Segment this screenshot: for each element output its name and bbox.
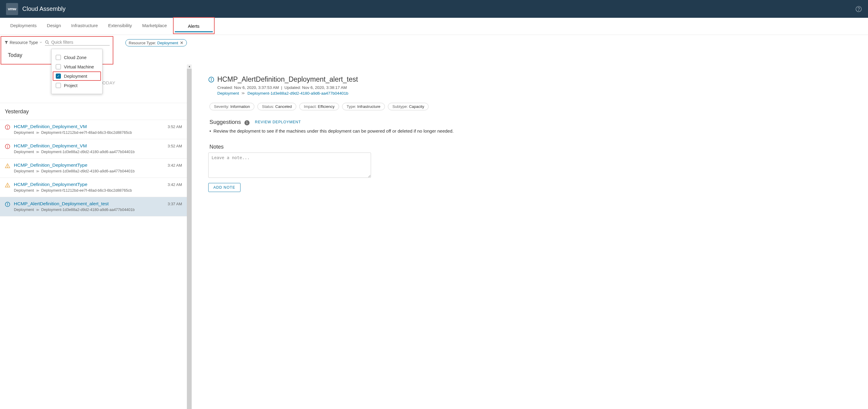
app-header: vmw Cloud Assembly [0, 0, 868, 18]
filter-option-cloud-zone[interactable]: Cloud Zone [56, 53, 98, 62]
alert-breadcrumb-id: Deployment-1d3e88a2-d9d2-4180-a9d6-aa477… [41, 208, 135, 212]
alert-breadcrumb-id: Deployment-f11212bd-ee7f-48ad-b6c3-6bc2d… [41, 188, 132, 193]
alert-breadcrumb-type: Deployment [14, 169, 34, 173]
tab-deployments[interactable]: Deployments [6, 18, 41, 35]
yesterday-section-label: Yesterday [0, 103, 187, 120]
resource-type-dropdown: Cloud Zone Virtual Machine ✓ Deployment … [51, 49, 102, 94]
checkbox-icon [56, 55, 61, 60]
svg-point-7 [7, 167, 7, 167]
checkbox-icon [56, 64, 61, 69]
severity-info-icon [5, 202, 10, 207]
svg-point-2 [45, 40, 48, 43]
filter-option-label: Project [64, 83, 78, 88]
filter-option-project[interactable]: Project [56, 81, 98, 90]
chevron-right-icon: ≫ [36, 131, 39, 135]
svg-point-8 [7, 186, 7, 187]
alert-breadcrumb-type: Deployment [14, 150, 34, 154]
scroll-up-icon[interactable]: ▴ [187, 64, 192, 68]
alert-list-item[interactable]: HCMP_Definition_Deployment_VM Deployment… [0, 139, 187, 159]
scroll-thumb[interactable] [187, 69, 192, 409]
alert-list-item[interactable]: HCMP_AlertDefinition_Deployment_alert_te… [0, 197, 187, 216]
alert-title: HCMP_AlertDefinition_Deployment_alert_te… [14, 201, 164, 207]
notes-heading: Notes [210, 144, 868, 150]
alert-breadcrumb-id: Deployment-1d3e88a2-d9d2-4180-a9d6-aa477… [41, 150, 135, 154]
alert-title: HCMP_Definition_Deployment_VM [14, 143, 164, 149]
tag-subtype: Subtype: Capacity [388, 103, 429, 110]
alerts-list-pane: NO ALERTS TODAY Yesterday HCMP_Definitio… [0, 64, 187, 409]
tag-status: Status: Canceled [257, 103, 296, 110]
chevron-right-icon: ≫ [36, 169, 39, 173]
alert-title: HCMP_Definition_DeploymentType [14, 162, 164, 168]
tab-marketplace[interactable]: Marketplace [138, 18, 171, 35]
vmware-logo: vmw [6, 3, 18, 15]
quick-filters-input[interactable] [51, 40, 110, 44]
chevron-right-icon: ≫ [36, 208, 39, 212]
alert-timestamp: 3:42 AM [167, 163, 182, 167]
alert-list-item[interactable]: HCMP_Definition_DeploymentType Deploymen… [0, 178, 187, 197]
tag-severity: Severity: Information [210, 103, 254, 110]
annotation-box-filter: Resource Type Today Cloud Zone Virtual M… [1, 36, 113, 64]
svg-point-10 [7, 203, 7, 203]
alert-tags: Severity: Information Status: Canceled I… [210, 103, 868, 110]
add-note-button[interactable]: ADD NOTE [208, 183, 241, 192]
svg-point-1 [858, 10, 859, 10]
primary-nav: Deployments Design Infrastructure Extens… [0, 18, 868, 35]
scrollbar[interactable]: ▴ [187, 64, 192, 409]
search-icon [45, 40, 50, 44]
filter-option-label: Cloud Zone [64, 55, 87, 60]
alert-breadcrumb-type: Deployment [14, 208, 34, 212]
chip-key: Resource Type: [129, 41, 156, 45]
suggestion-text: •Review the deployment to see if the mac… [210, 128, 868, 133]
close-icon[interactable]: ✕ [180, 40, 184, 45]
tab-extensibility[interactable]: Extensibility [104, 18, 136, 35]
severity-critical-icon [5, 144, 10, 149]
checkbox-checked-icon: ✓ [56, 73, 61, 78]
quick-filters-search[interactable] [45, 39, 110, 45]
alert-list-item[interactable]: HCMP_Definition_Deployment_VM Deployment… [0, 120, 187, 139]
chevron-right-icon: ≫ [36, 189, 39, 193]
notes-textarea[interactable] [208, 153, 371, 178]
alert-timestamp: 3:42 AM [167, 182, 182, 187]
alert-detail-pane: HCMP_AlertDefinition_Deployment_alert_te… [192, 75, 868, 409]
chip-value: Deployment [157, 41, 178, 45]
breadcrumb-deployment-id-link[interactable]: Deployment-1d3e88a2-d9d2-4180-a9d6-aa477… [247, 91, 348, 96]
review-deployment-link[interactable]: REVIEW DEPLOYMENT [255, 120, 301, 124]
alert-timestamp: 3:52 AM [167, 124, 182, 129]
tab-infrastructure[interactable]: Infrastructure [67, 18, 102, 35]
tab-alerts[interactable]: Alerts [175, 19, 213, 32]
alert-title: HCMP_Definition_Deployment_VM [14, 124, 164, 129]
filter-icon [4, 40, 8, 44]
help-icon[interactable] [855, 6, 862, 12]
resource-type-filter-button[interactable]: Resource Type [4, 40, 42, 45]
filter-option-label: Deployment [64, 74, 87, 78]
detail-timestamps: Created: Nov 6, 2020, 3:37:53 AM | Updat… [217, 85, 868, 90]
suggestions-heading: Suggestions 1 [210, 119, 250, 125]
filter-option-virtual-machine[interactable]: Virtual Machine [56, 62, 98, 71]
filter-option-deployment[interactable]: ✓ Deployment [53, 71, 101, 81]
severity-info-icon [208, 76, 214, 83]
alert-breadcrumb-id: Deployment-1d3e88a2-d9d2-4180-a9d6-aa477… [41, 169, 135, 173]
alert-title: HCMP_Definition_DeploymentType [14, 182, 164, 187]
suggestions-count-badge: 1 [244, 120, 250, 125]
tag-type: Type: Infrastructure [342, 103, 385, 110]
alert-breadcrumb-type: Deployment [14, 188, 34, 193]
alert-breadcrumb-id: Deployment-f11212bd-ee7f-48ad-b6c3-6bc2d… [41, 130, 132, 135]
filter-label: Resource Type [10, 40, 38, 45]
checkbox-icon [56, 83, 61, 88]
svg-point-6 [7, 147, 7, 148]
breadcrumb-deployment-link[interactable]: Deployment [217, 91, 239, 96]
tab-design[interactable]: Design [43, 18, 65, 35]
alert-timestamp: 3:52 AM [167, 144, 182, 148]
chevron-right-icon: ≫ [241, 91, 245, 95]
filter-option-label: Virtual Machine [64, 64, 94, 69]
app-title: Cloud Assembly [22, 5, 65, 12]
detail-breadcrumb: Deployment ≫ Deployment-1d3e88a2-d9d2-41… [217, 91, 868, 96]
annotation-box-alerts-tab: Alerts [173, 17, 215, 34]
detail-title: HCMP_AlertDefinition_Deployment_alert_te… [217, 75, 358, 84]
severity-warning-icon [5, 182, 10, 188]
alert-timestamp: 3:37 AM [167, 202, 182, 206]
svg-point-4 [7, 128, 7, 128]
alert-list-item[interactable]: HCMP_Definition_DeploymentType Deploymen… [0, 159, 187, 178]
alert-breadcrumb-type: Deployment [14, 130, 34, 135]
filter-chip-resource-type[interactable]: Resource Type: Deployment ✕ [125, 39, 187, 46]
